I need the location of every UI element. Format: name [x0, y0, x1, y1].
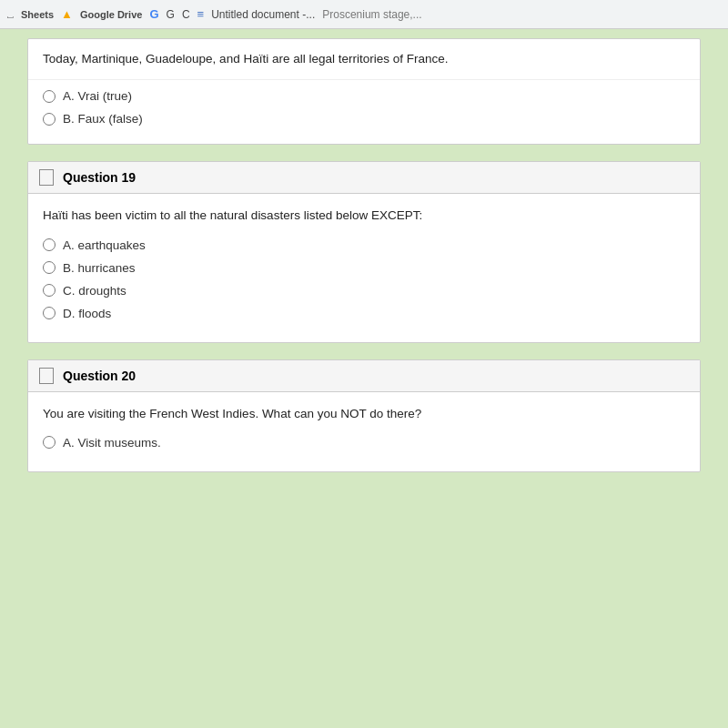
question-19-block: Question 19 Haïti has been victim to all…: [27, 161, 701, 342]
option-19-c[interactable]: C. droughts: [43, 284, 685, 298]
question-flag-20: [39, 368, 54, 384]
radio-19-b[interactable]: [43, 261, 56, 274]
prev-question-options: A. Vrai (true) B. Faux (false): [28, 80, 700, 144]
option-b-faux[interactable]: B. Faux (false): [43, 112, 685, 126]
browser-tab-sheets[interactable]: ⎵: [7, 9, 14, 20]
option-19-b[interactable]: B. hurricanes: [43, 261, 685, 275]
question-20-header: Question 20: [28, 360, 700, 392]
drive-icon[interactable]: ▲: [61, 7, 73, 21]
page-content: Today, Martinique, Guadeloupe, and Haïti…: [0, 29, 728, 728]
browser-tab-g-label[interactable]: G: [167, 8, 175, 21]
radio-19-c[interactable]: [43, 284, 56, 297]
radio-19-a[interactable]: [43, 238, 56, 251]
browser-bar: ⎵ Sheets ▲ Google Drive G G C ≡ Untitled…: [0, 0, 728, 29]
radio-19-d[interactable]: [43, 307, 56, 319]
question-19-header: Question 19: [28, 162, 700, 194]
google-icon: G: [149, 7, 158, 21]
browser-tab-stage-label[interactable]: Proscenium stage,...: [322, 8, 421, 21]
option-20-a[interactable]: A. Visit museums.: [43, 436, 685, 450]
question-flag-19: [39, 169, 54, 186]
option-19-d[interactable]: D. floods: [43, 307, 685, 320]
browser-tab-c-label[interactable]: C: [182, 8, 190, 21]
docs-icon: ≡: [197, 7, 205, 21]
radio-b-faux[interactable]: [43, 113, 56, 126]
browser-tab-sheets-label[interactable]: Sheets: [21, 9, 54, 20]
browser-tab-drive-label[interactable]: Google Drive: [80, 9, 142, 20]
prev-question-block: Today, Martinique, Guadeloupe, and Haïti…: [27, 38, 701, 145]
prev-question-text: Today, Martinique, Guadeloupe, and Haïti…: [28, 39, 700, 80]
question-20-body: You are visiting the French West Indies.…: [28, 392, 700, 471]
question-19-text: Haïti has been victim to all the natural…: [43, 207, 685, 225]
option-19-a[interactable]: A. earthquakes: [43, 238, 685, 252]
browser-tab-docs-label[interactable]: Untitled document -...: [211, 8, 315, 21]
question-20-block: Question 20 You are visiting the French …: [27, 359, 701, 472]
radio-a-vrai[interactable]: [43, 90, 56, 103]
radio-20-a[interactable]: [43, 436, 56, 449]
question-19-title: Question 19: [63, 170, 136, 185]
question-19-body: Haïti has been victim to all the natural…: [28, 194, 700, 341]
option-a-vrai[interactable]: A. Vrai (true): [43, 89, 685, 103]
question-20-text: You are visiting the French West Indies.…: [43, 405, 685, 423]
question-20-title: Question 20: [63, 369, 136, 383]
